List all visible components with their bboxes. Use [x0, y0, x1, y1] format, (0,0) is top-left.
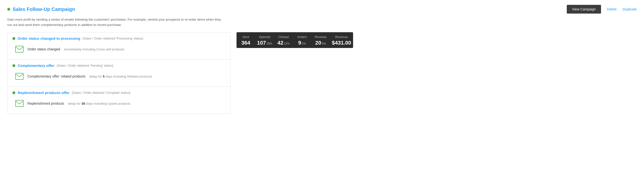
stats-col-value-2: 42	[277, 40, 283, 46]
stats-col-label-2: Clicked	[276, 35, 291, 39]
svg-rect-0	[16, 46, 23, 52]
stats-col-pct-2: 12%	[284, 42, 290, 45]
email-details-2: delay for 5 days including Related produ…	[89, 75, 152, 78]
stats-value-row-5: $431.00	[332, 40, 352, 46]
details-prefix-2: delay for	[89, 75, 103, 78]
section-header-3: Replenishment products offer [Sales / Or…	[12, 91, 226, 95]
stats-col-pct-4: 5%	[322, 42, 326, 45]
stats-col-3: Orders92%	[293, 32, 311, 48]
stats-col-pct-3: 2%	[302, 42, 306, 45]
email-label-2: Complementary offer: related products	[28, 74, 86, 78]
email-icon-1	[15, 46, 24, 53]
details-prefix-3: delay for	[68, 102, 82, 105]
details-suffix-2: days including Related products	[105, 75, 152, 78]
stats-col-label-0: Sent	[238, 35, 253, 39]
page-header: Sales Follow-Up Campaign View Campaign ·…	[7, 5, 637, 13]
stats-value-row-3: 92%	[295, 40, 309, 46]
details-suffix-3: days including Upsell products	[85, 102, 130, 105]
svg-rect-1	[16, 73, 23, 80]
header-actions: View Campaign · Delete · Duplicate	[567, 5, 637, 13]
duplicate-link[interactable]: Duplicate	[623, 7, 637, 11]
stats-col-pct-1: 29%	[266, 42, 272, 45]
stats-col-5: Revenue$431.00	[330, 32, 353, 48]
section-tag-3: [Sales / Order obtained 'Complete' statu…	[72, 91, 130, 94]
stats-col-value-1: 107	[257, 40, 266, 46]
campaign-section-complementary: Complementary offer [Sales / Order obtai…	[8, 60, 230, 87]
section-title-1[interactable]: Order status changed to processing	[18, 36, 80, 40]
stats-header-row: Sent364Opened10729%Clicked4212%Orders92%…	[236, 32, 353, 48]
email-details-3: delay for 30 days including Upsell produ…	[68, 102, 130, 105]
stats-value-row-4: 205%	[313, 40, 328, 46]
campaign-description: Gain more profit by sending a series of …	[7, 17, 226, 27]
delete-link[interactable]: Delete	[607, 7, 616, 11]
stats-col-label-1: Opened	[257, 35, 272, 39]
email-icon-3	[15, 100, 24, 107]
email-label-3: Replenishment products	[28, 101, 64, 105]
section-tag-1: [Sales / Order obtained 'Processing' sta…	[83, 37, 143, 40]
status-dot	[7, 8, 10, 11]
stats-col-value-5: $431.00	[332, 40, 352, 46]
stats-value-row-2: 4212%	[276, 40, 291, 46]
section-header-2: Complementary offer [Sales / Order obtai…	[12, 64, 226, 68]
details-bold-2: 5	[103, 75, 105, 78]
email-row-1: Order status changed immediately includi…	[12, 44, 226, 55]
section-dot-2	[12, 64, 15, 67]
email-row-3: Replenishment products delay for 30 days…	[12, 98, 226, 109]
separator-2: ·	[619, 7, 620, 11]
campaign-section-replenishment: Replenishment products offer [Sales / Or…	[8, 87, 230, 114]
stats-col-1: Opened10729%	[255, 32, 274, 48]
email-details-1: immediately including Cross-sell product…	[64, 47, 124, 51]
stats-value-row-0: 364	[238, 40, 253, 46]
section-dot-1	[12, 37, 15, 40]
stats-col-4: Reviews205%	[311, 32, 330, 48]
email-label-1: Order status changed	[28, 47, 60, 51]
stats-col-label-4: Reviews	[313, 35, 328, 39]
stats-col-label-3: Orders	[295, 35, 309, 39]
main-content: Order status changed to processing [Sale…	[7, 32, 637, 114]
section-header-1: Order status changed to processing [Sale…	[12, 36, 226, 40]
section-title-2[interactable]: Complementary offer	[18, 64, 54, 68]
stats-col-value-4: 20	[315, 40, 321, 46]
stats-table: Sent364Opened10729%Clicked4212%Orders92%…	[236, 32, 353, 48]
separator-1: ·	[604, 7, 604, 11]
campaigns-list: Order status changed to processing [Sale…	[7, 32, 231, 114]
stats-col-0: Sent364	[236, 32, 255, 48]
page-title: Sales Follow-Up Campaign	[13, 6, 75, 12]
section-title-3[interactable]: Replenishment products offer	[18, 91, 70, 95]
section-dot-3	[12, 91, 15, 94]
view-campaign-button[interactable]: View Campaign	[567, 5, 601, 13]
stats-col-2: Clicked4212%	[274, 32, 292, 48]
campaign-title-group: Sales Follow-Up Campaign	[7, 6, 75, 12]
email-icon-2	[15, 73, 24, 80]
stats-col-label-5: Revenue	[332, 35, 352, 39]
campaign-section-order-status: Order status changed to processing [Sale…	[8, 32, 230, 60]
details-bold-3: 30	[82, 102, 85, 105]
stats-value-row-1: 10729%	[257, 40, 272, 46]
stats-col-value-3: 9	[298, 40, 301, 46]
stats-col-value-0: 364	[242, 40, 250, 46]
section-tag-2: [Sales / Order obtained 'Pending' status…	[57, 64, 113, 67]
svg-rect-2	[16, 100, 23, 107]
email-row-2: Complementary offer: related products de…	[12, 71, 226, 82]
